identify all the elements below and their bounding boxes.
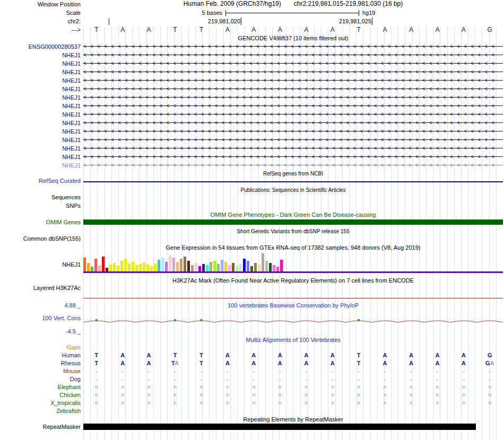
gtex-tissue-bar[interactable]	[98, 266, 101, 271]
gtex-tissue-bar[interactable]	[254, 263, 257, 271]
gencode-track-title[interactable]: GENCODE V49lift37 (10 items filtered out…	[83, 35, 503, 42]
gtex-tissue-bar[interactable]	[224, 262, 227, 271]
species-label-x-tropicalis[interactable]: X_tropicalis	[0, 399, 81, 407]
gtex-tissue-bar[interactable]	[191, 265, 194, 271]
gtex-tissue-bar[interactable]	[217, 264, 220, 271]
snps-label[interactable]: SNPs	[0, 203, 81, 209]
gtex-tissue-bar[interactable]	[187, 261, 190, 271]
gtex-tissue-bar[interactable]	[113, 263, 116, 271]
multiz-row-dog[interactable]: Dog ----------------	[0, 375, 504, 383]
gene-glyph[interactable]: <<<<<<<<<<<<<<<<<<<<<<<<<<<<<<<<<<<<<<<<…	[83, 68, 503, 76]
gene-glyph[interactable]: <<<<<<<<<<<<<<<<<<<<<<<<<<<<<<<<<<<<<<<<…	[83, 144, 503, 153]
gene-glyph[interactable]: <<<<<<<<<<<<<<<<<<<<<<<<<<<<<<<<<<<<<<<<…	[83, 76, 503, 85]
gene-label[interactable]: NHEJ1	[0, 76, 81, 85]
species-label-human[interactable]: Human	[0, 351, 81, 359]
phylop-track-title[interactable]: 100 vertebrates Basewise Conservation by…	[83, 302, 503, 309]
gencode-transcript-row[interactable]: NHEJ1 <<<<<<<<<<<<<<<<<<<<<<<<<<<<<<<<<<…	[0, 110, 504, 119]
phylop-conservation-plot[interactable]	[83, 309, 503, 333]
gtex-tissue-bar[interactable]	[276, 267, 279, 271]
gtex-tissue-bar[interactable]	[180, 259, 183, 271]
gene-label[interactable]: NHEJ1	[0, 119, 81, 127]
gtex-tissue-bar[interactable]	[221, 260, 223, 271]
gencode-transcript-row[interactable]: NHEJ1 <<<<<<<<<<<<<<<<<<<<<<<<<<<<<<<<<<…	[0, 119, 504, 127]
multiz-row-chicken[interactable]: Chicken ================	[0, 391, 504, 399]
gene-glyph[interactable]: <<<<<<<<<<<<<<<<<<<<<<<<<<<<<<<<<<<<<<<<…	[83, 85, 503, 93]
gene-label[interactable]: NHEJ1	[0, 136, 81, 144]
gtex-tissue-bar[interactable]	[91, 267, 93, 271]
gtex-tissue-bar[interactable]	[172, 258, 175, 271]
gene-label[interactable]: NHEJ1	[0, 127, 81, 136]
gtex-tissue-bar[interactable]	[124, 259, 127, 271]
gaps-label[interactable]: Gaps	[0, 344, 81, 351]
gtex-tissue-bar[interactable]	[158, 260, 160, 271]
sequences-label[interactable]: Sequences	[0, 194, 81, 201]
gtex-tissue-bar[interactable]	[132, 262, 134, 271]
gtex-tissue-bar[interactable]	[117, 266, 119, 271]
gencode-transcript-row[interactable]: NHEJ1 <<<<<<<<<<<<<<<<<<<<<<<<<<<<<<<<<<…	[0, 136, 504, 144]
gtex-tissue-bar[interactable]	[269, 263, 272, 271]
gene-glyph[interactable]: <<<<<<<<<<<<<<<<<<<<<<<<<<<<<<<<<<<<<<<<…	[83, 153, 503, 161]
dna-base-row[interactable]: TAATTAAAAATAAAAG	[83, 25, 503, 34]
species-label-mouse[interactable]: Mouse	[0, 367, 81, 375]
omim-track-title[interactable]: OMIM Gene Phenotypes - Dark Green Can Be…	[83, 212, 503, 218]
refseq-curated-label[interactable]: RefSeq Curated	[0, 178, 81, 184]
gencode-transcript-row[interactable]: NHEJ1 <<<<<<<<<<<<<<<<<<<<<<<<<<<<<<<<<<…	[0, 153, 504, 161]
gtex-tissue-bar[interactable]	[83, 258, 86, 271]
gene-label[interactable]: NHEJ1	[0, 144, 81, 153]
gencode-transcript-row[interactable]: NHEJ1 <<<<<<<<<<<<<<<<<<<<<<<<<<<<<<<<<<…	[0, 127, 504, 136]
gtex-tissue-bar[interactable]	[139, 264, 142, 271]
repeatmasker-item[interactable]	[83, 424, 476, 430]
gene-label[interactable]: NHEJ1	[0, 110, 81, 119]
gtex-tissue-bar[interactable]	[250, 266, 253, 271]
gene-label[interactable]: NHEJ1	[0, 51, 81, 59]
gtex-tissue-bar[interactable]	[239, 264, 242, 271]
gtex-tissue-bar[interactable]	[102, 257, 105, 271]
multiz-track-title[interactable]: Multiz Alignments of 100 Vertebrates	[83, 337, 503, 344]
gtex-gene-label[interactable]: NHEJ1	[0, 261, 81, 268]
species-label-zebrafish[interactable]: Zebrafish	[0, 407, 81, 415]
gtex-tissue-bar[interactable]	[106, 268, 108, 271]
gtex-tissue-bar[interactable]	[146, 265, 149, 271]
gtex-tissue-bar[interactable]	[258, 265, 260, 271]
omim-genes-label[interactable]: OMIM Genes	[0, 219, 81, 226]
gtex-tissue-bar[interactable]	[228, 265, 231, 271]
gene-glyph[interactable]: <<<<<<<<<<<<<<<<<<<<<<<<<<<<<<<<<<<<<<<<…	[83, 42, 503, 51]
gtex-tissue-bar[interactable]	[165, 262, 168, 271]
gene-label[interactable]: NHEJ1	[0, 102, 81, 110]
gtex-tissue-bar[interactable]	[198, 266, 201, 271]
gtex-tissue-bar[interactable]	[143, 262, 145, 271]
gencode-transcript-row[interactable]: ENSG00000280537 <<<<<<<<<<<<<<<<<<<<<<<<…	[0, 42, 504, 51]
gtex-tissue-bar[interactable]	[176, 262, 179, 271]
multiz-row-x-tropicalis[interactable]: X_tropicalis ================	[0, 399, 504, 407]
gtex-tissue-bar[interactable]	[169, 256, 171, 271]
gene-glyph[interactable]: <<<<<<<<<<<<<<<<<<<<<<<<<<<<<<<<<<<<<<<<…	[83, 93, 503, 102]
dbsnp-track-title[interactable]: Short Genetic Variants from dbSNP releas…	[83, 228, 503, 235]
publications-track-title[interactable]: Publications: Sequences in Scientific Ar…	[83, 187, 503, 193]
species-label-dog[interactable]: Dog	[0, 375, 81, 383]
gene-label[interactable]: NHEJ1	[0, 85, 81, 93]
gtex-tissue-bar[interactable]	[210, 262, 212, 271]
gtex-tissue-bar[interactable]	[135, 265, 138, 271]
gtex-tissue-bar[interactable]	[94, 259, 97, 271]
gtex-tissue-bar[interactable]	[247, 261, 249, 271]
gtex-tissue-bar[interactable]	[280, 260, 283, 271]
gtex-tissue-bar[interactable]	[87, 263, 90, 271]
gtex-expression-bars[interactable]	[83, 253, 503, 271]
gtex-gene-model-line[interactable]	[83, 271, 503, 273]
phylop-label[interactable]: 100 Vert. Cons	[0, 315, 81, 322]
gencode-transcript-row[interactable]: NHEJ1 <<<<<<<<<<<<<<<<<<<<<<<<<<<<<<<<<<…	[0, 85, 504, 93]
gtex-tissue-bar[interactable]	[184, 257, 186, 271]
gtex-tissue-bar[interactable]	[273, 265, 275, 271]
gencode-transcript-row[interactable]: NHEJ1 <<<<<<<<<<<<<<<<<<<<<<<<<<<<<<<<<<…	[0, 68, 504, 76]
gtex-tissue-bar[interactable]	[202, 264, 205, 271]
gtex-tissue-bar[interactable]	[150, 266, 153, 271]
multiz-row-human[interactable]: Human TAATTAAAAATAAAAG	[0, 351, 504, 359]
gene-glyph[interactable]: <<<<<<<<<<<<<<<<<<<<<<<<<<<<<<<<<<<<<<<<…	[83, 110, 503, 119]
gene-glyph[interactable]: <<<<<<<<<<<<<<<<<<<<<<<<<<<<<<<<<<<<<<<<…	[83, 59, 503, 68]
omim-gene-item[interactable]	[83, 219, 503, 225]
gtex-tissue-bar[interactable]	[161, 258, 164, 271]
multiz-row-elephant[interactable]: Elephant ================	[0, 383, 504, 391]
multiz-row-zebrafish[interactable]: Zebrafish	[0, 407, 504, 415]
gtex-tissue-bar[interactable]	[120, 261, 123, 271]
gencode-transcript-row[interactable]: NHEJ1 <<<<<<<<<<<<<<<<<<<<<<<<<<<<<<<<<<…	[0, 161, 504, 170]
